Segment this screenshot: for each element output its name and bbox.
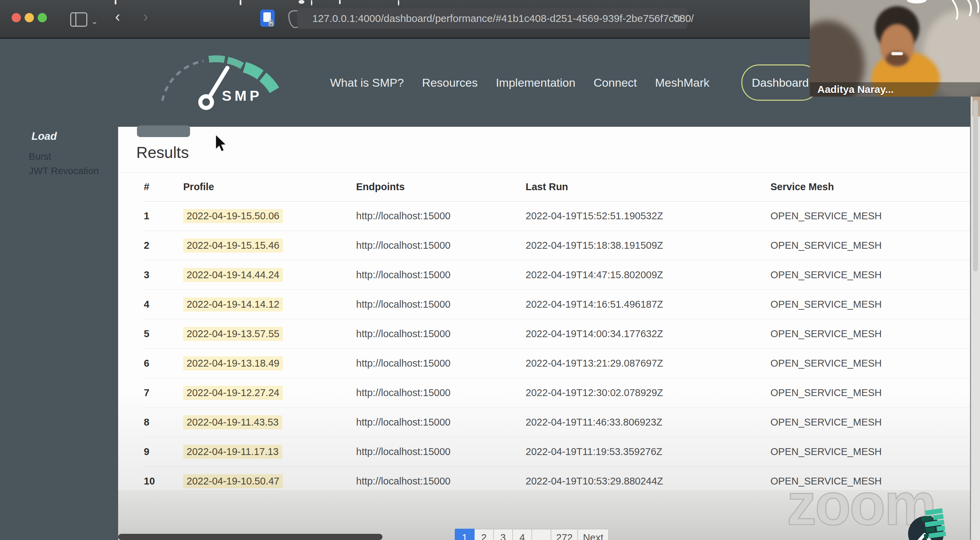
forward-button[interactable]: › [143,10,148,22]
cutoff-title-fragment [299,0,304,4]
cell-endpoint: http://localhost:15000 [356,417,526,428]
cutoff-title-fragment [339,0,341,4]
main-nav: What is SMP?ResourcesImplementationConne… [330,38,819,127]
cell-profile[interactable]: 2022-04-19-13.18.49 [183,356,356,370]
cell-num: 2 [144,240,183,251]
next-page-button[interactable]: Next [578,529,609,540]
cell-num: 9 [144,446,183,457]
cell-num: 5 [144,328,183,339]
smp-logo-text: SMP [222,88,262,104]
vertical-scrollbar-thumb[interactable] [973,100,978,271]
profile-link[interactable]: 2022-04-19-15.50.06 [183,209,283,223]
page-button-272[interactable]: 272 [550,529,578,540]
table-row[interactable]: 9 2022-04-19-11.17.13 http://localhost:1… [144,437,970,467]
table-row[interactable]: 2 2022-04-19-15.15.46 http://localhost:1… [144,231,970,260]
table-header-row: # Profile Endpoints Last Run Service Mes… [144,173,970,201]
page-button-2[interactable]: 2 [474,529,494,540]
card-top-tab[interactable] [137,126,190,137]
maximize-window-button[interactable] [38,13,47,22]
cell-profile[interactable]: 2022-04-19-14.44.24 [183,268,356,282]
cell-num: 10 [144,476,183,487]
nav-item-implementation[interactable]: Implementation [496,76,575,89]
cell-profile[interactable]: 2022-04-19-12.27.24 [183,386,356,400]
cell-lastrun: 2022-04-19T14:16:51.496187Z [526,299,770,310]
nav-item-resources[interactable]: Resources [422,76,478,89]
cell-lastrun: 2022-04-19T11:46:33.806923Z [526,417,770,428]
page-ellipsis[interactable]: ... [531,529,551,540]
nav-item-connect[interactable]: Connect [593,76,637,89]
profile-link[interactable]: 2022-04-19-14.44.24 [183,268,283,282]
table-row[interactable]: 5 2022-04-19-13.57.55 http://localhost:1… [144,319,970,349]
cell-profile[interactable]: 2022-04-19-10.50.47 [183,474,356,488]
cell-profile[interactable]: 2022-04-19-11.17.13 [183,445,356,459]
url-address-bar[interactable]: 127.0.0.1:4000/dashboard/performance/#41… [297,8,687,29]
profile-link[interactable]: 2022-04-19-14.14.12 [183,298,283,311]
minimize-window-button[interactable] [25,13,34,22]
table-body: 1 2022-04-19-15.50.06 http://localhost:1… [144,201,970,496]
cell-profile[interactable]: 2022-04-19-15.15.46 [183,239,356,253]
cell-endpoint: http://localhost:15000 [356,269,526,280]
column-header-num: # [144,181,183,193]
page-title: Results [136,143,189,162]
pagination: 1234...272Next [455,529,609,540]
cutoff-title-fragment [398,0,399,5]
profile-link[interactable]: 2022-04-19-12.27.24 [183,386,283,400]
back-button[interactable]: ‹ [115,10,120,22]
password-extension-icon[interactable] [260,10,275,27]
table-row[interactable]: 1 2022-04-19-15.50.06 http://localhost:1… [144,201,970,231]
cell-num: 7 [144,387,183,398]
cell-lastrun: 2022-04-19T11:19:53.359276Z [526,446,770,457]
sidebar-item-burst[interactable]: Burst [29,151,51,162]
page-button-3[interactable]: 3 [493,529,513,540]
profile-link[interactable]: 2022-04-19-11.17.13 [183,445,282,459]
page-button-4[interactable]: 4 [512,529,532,540]
cutoff-title-fragment [311,0,312,5]
cell-profile[interactable]: 2022-04-19-14.14.12 [183,298,356,311]
table-row[interactable]: 8 2022-04-19-11.43.53 http://localhost:1… [144,408,970,437]
smp-brick-s-logo [920,507,952,540]
cell-lastrun: 2022-04-19T13:21:29.087697Z [526,358,770,369]
cell-endpoint: http://localhost:15000 [356,210,526,222]
close-window-button[interactable] [12,13,21,22]
cell-endpoint: http://localhost:15000 [356,240,526,251]
url-text: 127.0.0.1:4000/dashboard/performance/#41… [312,13,694,24]
profile-link[interactable]: 2022-04-19-11.43.53 [183,415,282,429]
screen: ⌄ ‹ › 127.0.0.1:4000/dashboard/performan… [0,0,980,540]
table-row[interactable]: 7 2022-04-19-12.27.24 http://localhost:1… [144,378,970,408]
cell-profile[interactable]: 2022-04-19-11.43.53 [183,415,356,429]
nav-item-what-is-smp-[interactable]: What is SMP? [330,76,404,89]
profile-link[interactable]: 2022-04-19-15.15.46 [183,239,283,253]
cell-endpoint: http://localhost:15000 [356,476,526,487]
cell-lastrun: 2022-04-19T14:47:15.802009Z [526,269,770,280]
sidebar-item-jwt-revocation[interactable]: JWT Revocation [29,166,99,177]
table-row[interactable]: 3 2022-04-19-14.44.24 http://localhost:1… [144,260,970,290]
nav-item-meshmark[interactable]: MeshMark [655,76,710,89]
cutoff-title-fragment [115,0,116,5]
column-header-mesh: Service Mesh [770,181,970,193]
cell-endpoint: http://localhost:15000 [356,358,526,369]
cell-lastrun: 2022-04-19T12:30:02.078929Z [526,387,770,398]
reload-icon[interactable]: ↻ [673,12,682,25]
cell-num: 8 [144,417,183,428]
cell-profile[interactable]: 2022-04-19-13.57.55 [183,327,356,341]
column-header-profile: Profile [183,181,356,193]
cell-endpoint: http://localhost:15000 [356,299,526,310]
cell-lastrun: 2022-04-19T15:18:38.191509Z [526,240,770,251]
sidebar-toggle-icon[interactable] [70,12,88,27]
profile-link[interactable]: 2022-04-19-13.18.49 [183,356,283,370]
cell-mesh: OPEN_SERVICE_MESH [770,328,970,339]
results-table: # Profile Endpoints Last Run Service Mes… [118,172,970,496]
profile-link[interactable]: 2022-04-19-10.50.47 [183,474,283,488]
dashboard-button[interactable]: Dashboard [741,64,819,101]
page-button-1[interactable]: 1 [455,529,474,540]
cell-profile[interactable]: 2022-04-19-15.50.06 [183,209,356,223]
sidebar-item-load[interactable]: Load [32,130,57,143]
cell-mesh: OPEN_SERVICE_MESH [770,358,970,369]
cell-mesh: OPEN_SERVICE_MESH [770,387,970,398]
chevron-down-icon[interactable]: ⌄ [91,15,98,27]
profile-link[interactable]: 2022-04-19-13.57.55 [183,327,283,341]
table-row[interactable]: 4 2022-04-19-14.14.12 http://localhost:1… [144,290,970,319]
horizontal-scrollbar-thumb[interactable] [118,534,382,540]
table-row[interactable]: 6 2022-04-19-13.18.49 http://localhost:1… [144,349,970,378]
cell-lastrun: 2022-04-19T10:53:29.880244Z [526,476,770,487]
